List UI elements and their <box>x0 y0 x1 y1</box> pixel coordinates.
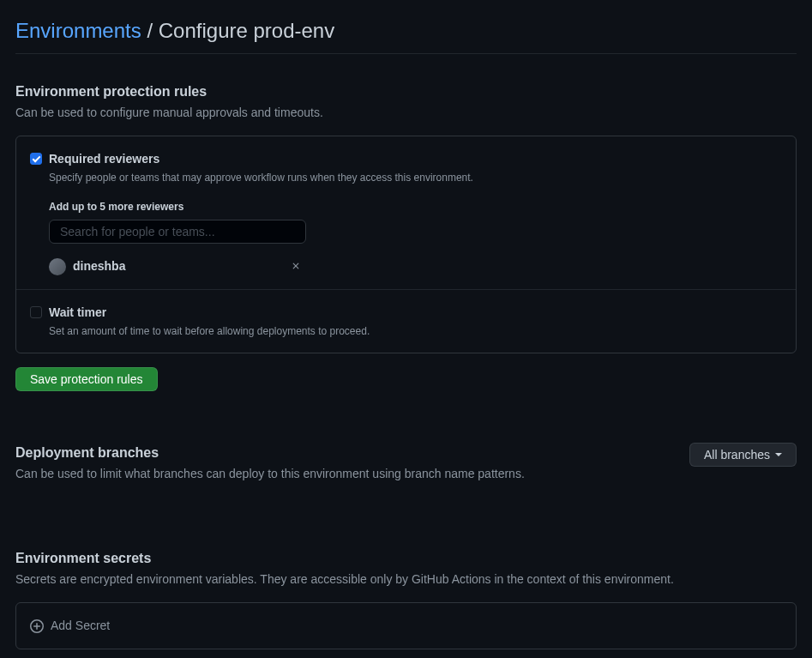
add-reviewers-label: Add up to 5 more reviewers <box>49 199 782 214</box>
deployment-branches-desc: Can be used to limit what branches can d… <box>15 465 525 483</box>
protection-rules-box: Required reviewers Specify people or tea… <box>15 136 797 353</box>
required-reviewers-checkbox[interactable] <box>30 153 42 165</box>
required-reviewers-desc: Specify people or teams that may approve… <box>49 170 473 185</box>
required-reviewers-label: Required reviewers <box>49 150 473 168</box>
breadcrumb-current: Configure prod-env <box>159 19 334 42</box>
remove-reviewer-button[interactable] <box>286 258 306 275</box>
protection-rules-desc: Can be used to configure manual approval… <box>15 104 797 122</box>
reviewer-name: dineshba <box>73 257 125 275</box>
wait-timer-item: Wait timer Set an amount of time to wait… <box>16 290 796 353</box>
environment-secrets-desc: Secrets are encrypted environment variab… <box>15 570 797 589</box>
avatar <box>49 258 66 275</box>
plus-circle-icon <box>30 619 44 633</box>
required-reviewers-item: Required reviewers Specify people or tea… <box>16 136 796 290</box>
protection-rules-section: Environment protection rules Can be used… <box>15 81 797 391</box>
branches-dropdown-label: All branches <box>704 448 770 462</box>
wait-timer-checkbox[interactable] <box>30 306 42 318</box>
environment-secrets-title: Environment secrets <box>15 548 797 569</box>
deployment-branches-section: Deployment branches Can be used to limit… <box>15 443 797 497</box>
breadcrumb: Environments / Configure prod-env <box>15 15 797 54</box>
reviewer-search-input[interactable] <box>49 220 306 244</box>
branches-dropdown-button[interactable]: All branches <box>689 443 797 467</box>
protection-rules-title: Environment protection rules <box>15 81 797 102</box>
close-icon <box>291 261 301 271</box>
reviewer-row: dineshba <box>49 257 306 275</box>
save-protection-rules-button[interactable]: Save protection rules <box>15 367 158 391</box>
breadcrumb-separator: / <box>147 19 158 42</box>
add-secret-button[interactable]: Add Secret <box>15 602 797 649</box>
deployment-branches-title: Deployment branches <box>15 443 525 463</box>
environment-secrets-section: Environment secrets Secrets are encrypte… <box>15 548 797 649</box>
add-secret-label: Add Secret <box>51 617 110 635</box>
breadcrumb-parent-link[interactable]: Environments <box>15 19 141 42</box>
chevron-down-icon <box>775 453 782 456</box>
wait-timer-desc: Set an amount of time to wait before all… <box>49 323 370 339</box>
wait-timer-label: Wait timer <box>49 304 370 322</box>
